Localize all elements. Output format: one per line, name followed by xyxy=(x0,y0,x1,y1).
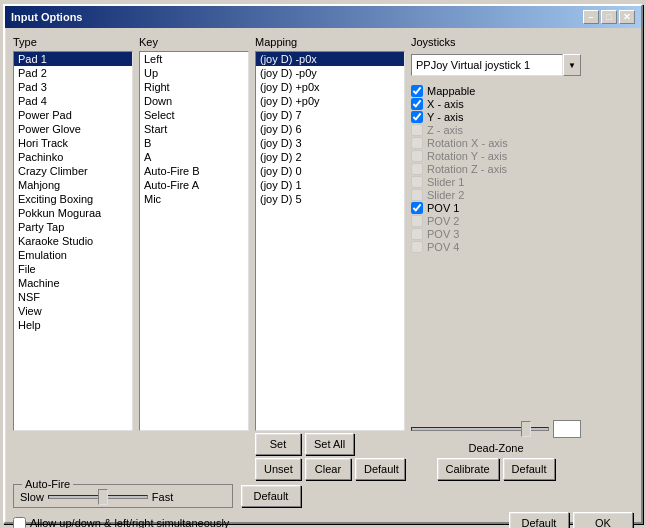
joystick-checkbox-row: POV 1 xyxy=(411,202,581,214)
joystick-checkbox[interactable] xyxy=(411,111,423,123)
key-list-item[interactable]: Mic xyxy=(140,192,248,206)
deadzone-value-input[interactable]: 50 xyxy=(553,420,581,438)
type-panel: Type Pad 1Pad 2Pad 3Pad 4Power PadPower … xyxy=(13,36,133,480)
mapping-list-item[interactable]: (joy D) 6 xyxy=(256,122,404,136)
mapping-list-item[interactable]: (joy D) +p0x xyxy=(256,80,404,94)
set-all-button[interactable]: Set All xyxy=(305,433,354,455)
type-list-item[interactable]: Pokkun Moguraa xyxy=(14,206,132,220)
mapping-listbox[interactable]: (joy D) -p0x(joy D) -p0y(joy D) +p0x(joy… xyxy=(255,51,405,431)
key-list-item[interactable]: Left xyxy=(140,52,248,66)
joystick-checkbox-label: POV 4 xyxy=(427,241,459,253)
mapping-list-item[interactable]: (joy D) 3 xyxy=(256,136,404,150)
joystick-checkboxes: MappableX - axisY - axisZ - axisRotation… xyxy=(411,85,581,254)
close-button[interactable]: ✕ xyxy=(619,10,635,24)
type-list-item[interactable]: Help xyxy=(14,318,132,332)
key-list-item[interactable]: Right xyxy=(140,80,248,94)
mapping-list-item[interactable]: (joy D) 1 xyxy=(256,178,404,192)
mapping-top-buttons: Set Set All xyxy=(255,433,405,455)
key-list-item[interactable]: Down xyxy=(140,94,248,108)
minimize-button[interactable]: – xyxy=(583,10,599,24)
window-title: Input Options xyxy=(11,11,82,23)
unset-button[interactable]: Unset xyxy=(255,458,301,480)
autofire-slider-thumb[interactable] xyxy=(98,489,108,505)
joystick-checkbox[interactable] xyxy=(411,98,423,110)
joystick-checkbox-label: POV 3 xyxy=(427,228,459,240)
key-list-item[interactable]: Auto-Fire B xyxy=(140,164,248,178)
joystick-checkbox-label: POV 1 xyxy=(427,202,459,214)
type-list-item[interactable]: Crazy Climber xyxy=(14,164,132,178)
type-list-item[interactable]: NSF xyxy=(14,290,132,304)
calibrate-button[interactable]: Calibrate xyxy=(437,458,499,480)
type-list-item[interactable]: View xyxy=(14,304,132,318)
joystick-checkbox[interactable] xyxy=(411,202,423,214)
key-list-item[interactable]: B xyxy=(140,136,248,150)
type-list-item[interactable]: Emulation xyxy=(14,248,132,262)
key-list-item[interactable]: Auto-Fire A xyxy=(140,178,248,192)
mapping-list-item[interactable]: (joy D) 0 xyxy=(256,164,404,178)
bottom-default-button[interactable]: Default xyxy=(509,512,569,528)
type-list-item[interactable]: File xyxy=(14,262,132,276)
type-list-item[interactable]: Exciting Boxing xyxy=(14,192,132,206)
joystick-checkbox xyxy=(411,163,423,175)
key-list-item[interactable]: A xyxy=(140,150,248,164)
deadzone-slider-track[interactable] xyxy=(411,427,549,431)
deadzone-slider-thumb[interactable] xyxy=(521,421,531,437)
joystick-checkbox xyxy=(411,189,423,201)
joystick-checkbox xyxy=(411,150,423,162)
key-panel: Key LeftUpRightDownSelectStartBAAuto-Fir… xyxy=(139,36,249,480)
joystick-checkbox-row: POV 2 xyxy=(411,215,581,227)
joystick-panel: Joysticks PPJoy Virtual joystick 1 ▼ Map… xyxy=(411,36,581,480)
simultaneous-checkbox[interactable] xyxy=(13,517,26,529)
joystick-checkbox xyxy=(411,137,423,149)
type-list-item[interactable]: Power Glove xyxy=(14,122,132,136)
mapping-list-item[interactable]: (joy D) -p0y xyxy=(256,66,404,80)
joystick-checkbox-row: Rotation Y - axis xyxy=(411,150,581,162)
bottom-row: Auto-Fire Slow Fast Default xyxy=(13,484,633,508)
content-area: Type Pad 1Pad 2Pad 3Pad 4Power PadPower … xyxy=(5,28,641,522)
simultaneous-checkbox-row: Allow up/down & left/right simultaneousl… xyxy=(13,517,229,529)
joystick-checkbox xyxy=(411,241,423,253)
mapping-panel: Mapping (joy D) -p0x(joy D) -p0y(joy D) … xyxy=(255,36,405,480)
bottom-section: Auto-Fire Slow Fast Default Allo xyxy=(13,484,633,528)
key-listbox[interactable]: LeftUpRightDownSelectStartBAAuto-Fire BA… xyxy=(139,51,249,431)
type-list-item[interactable]: Karaoke Studio xyxy=(14,234,132,248)
joystick-checkbox xyxy=(411,215,423,227)
autofire-default-button[interactable]: Default xyxy=(241,485,301,507)
autofire-slider-track[interactable] xyxy=(48,495,148,499)
type-list-item[interactable]: Mahjong xyxy=(14,178,132,192)
simultaneous-label: Allow up/down & left/right simultaneousl… xyxy=(30,517,229,528)
mapping-list-item[interactable]: (joy D) -p0x xyxy=(256,52,404,66)
type-listbox[interactable]: Pad 1Pad 2Pad 3Pad 4Power PadPower Glove… xyxy=(13,51,133,431)
clear-button[interactable]: Clear xyxy=(305,458,351,480)
key-list-item[interactable]: Up xyxy=(140,66,248,80)
input-options-window: Input Options – □ ✕ Type Pad 1Pad 2Pad 3… xyxy=(3,4,643,524)
type-list-item[interactable]: Pad 3 xyxy=(14,80,132,94)
type-list-item[interactable]: Pad 1 xyxy=(14,52,132,66)
joystick-default-button[interactable]: Default xyxy=(503,458,556,480)
mapping-list-item[interactable]: (joy D) 5 xyxy=(256,192,404,206)
type-list-item[interactable]: Pachinko xyxy=(14,150,132,164)
type-list-item[interactable]: Party Tap xyxy=(14,220,132,234)
type-list-item[interactable]: Power Pad xyxy=(14,108,132,122)
key-list-item[interactable]: Select xyxy=(140,108,248,122)
joystick-checkbox-row: POV 3 xyxy=(411,228,581,240)
set-button[interactable]: Set xyxy=(255,433,301,455)
type-list-item[interactable]: Pad 2 xyxy=(14,66,132,80)
type-list-item[interactable]: Machine xyxy=(14,276,132,290)
type-list-item[interactable]: Pad 4 xyxy=(14,94,132,108)
key-list-item[interactable]: Start xyxy=(140,122,248,136)
type-list-item[interactable]: Hori Track xyxy=(14,136,132,150)
ok-button[interactable]: OK xyxy=(573,512,633,528)
joystick-checkbox[interactable] xyxy=(411,85,423,97)
mapping-list-item[interactable]: (joy D) 7 xyxy=(256,108,404,122)
mapping-list-item[interactable]: (joy D) +p0y xyxy=(256,94,404,108)
maximize-button[interactable]: □ xyxy=(601,10,617,24)
deadzone-slider-row: 50 xyxy=(411,420,581,438)
joystick-action-buttons: Calibrate Default xyxy=(411,458,581,480)
deadzone-label: Dead-Zone xyxy=(411,442,581,454)
joystick-dropdown-arrow[interactable]: ▼ xyxy=(563,54,581,76)
mapping-list-item[interactable]: (joy D) 2 xyxy=(256,150,404,164)
mapping-default-button[interactable]: Default xyxy=(355,458,405,480)
joystick-select[interactable]: PPJoy Virtual joystick 1 xyxy=(411,54,563,76)
joystick-select-wrapper: PPJoy Virtual joystick 1 ▼ xyxy=(411,54,581,76)
